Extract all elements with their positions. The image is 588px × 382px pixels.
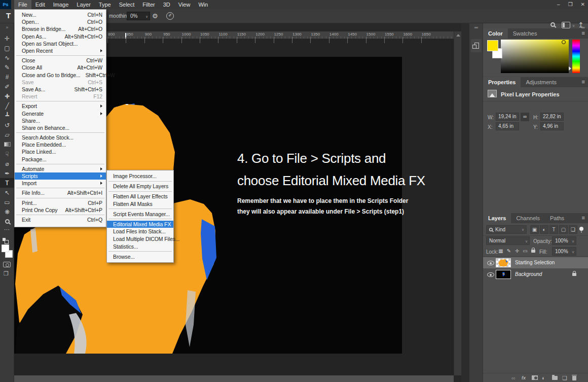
scripts-submenu-item-flatten-all-masks[interactable]: Flatten All Masks xyxy=(107,200,173,208)
link-layers-icon[interactable]: ∞ xyxy=(511,375,516,381)
scripts-submenu-item-load-files-into-stack[interactable]: Load Files into Stack... xyxy=(107,228,173,235)
brush-smoothing-icon[interactable]: ✐ xyxy=(166,12,174,20)
file-menu-item-revert[interactable]: RevertF12 xyxy=(15,93,106,100)
layer-row-starting-selection[interactable]: Starting Selection xyxy=(483,257,588,268)
filter-smart-objects-icon[interactable]: ❏ xyxy=(569,225,577,234)
scripts-submenu-item-delete-all-empty-layers[interactable]: Delete All Empty Layers xyxy=(107,183,173,190)
history-brush-tool[interactable]: ↺ xyxy=(0,120,14,130)
file-menu-item-automate[interactable]: Automate xyxy=(15,165,106,172)
new-layer-icon[interactable]: ❏ xyxy=(562,375,567,381)
path-select-tool[interactable]: ↖ xyxy=(0,188,14,197)
blend-mode-dropdown[interactable]: Normal ∨ xyxy=(486,236,530,245)
tab-adjustments[interactable]: Adjustments xyxy=(521,77,562,87)
search-icon[interactable] xyxy=(550,22,555,27)
link-dimensions-icon[interactable]: ∞ xyxy=(521,113,529,121)
filter-pixel-layers-icon[interactable]: ▣ xyxy=(530,225,539,234)
hand-tool[interactable]: ❋ xyxy=(0,207,14,217)
type-tool[interactable]: T xyxy=(0,178,14,188)
lock-position-icon[interactable]: ✛ xyxy=(513,248,521,255)
tab-layers[interactable]: Layers xyxy=(483,213,511,223)
file-menu-item-file-info[interactable]: File Info...Alt+Shift+Ctrl+I xyxy=(15,189,106,196)
filter-shape-layers-icon[interactable]: ▢ xyxy=(559,225,568,234)
file-menu-item-scripts[interactable]: Scripts xyxy=(15,172,106,180)
color-gradient-field[interactable] xyxy=(501,40,569,73)
file-menu-item-import[interactable]: Import xyxy=(15,180,106,187)
crop-tool[interactable]: # xyxy=(0,72,14,82)
visibility-eye-icon[interactable] xyxy=(487,272,494,277)
x-field[interactable]: 4,65 in xyxy=(496,122,519,130)
file-menu-item-print-one-copy[interactable]: Print One CopyAlt+Shift+Ctrl+P xyxy=(15,206,106,214)
workspace-icon[interactable] xyxy=(562,22,570,28)
dodge-tool[interactable]: ⌀ xyxy=(0,159,14,168)
layer-thumbnail[interactable] xyxy=(496,270,511,279)
menubar-item-layer[interactable]: Layer xyxy=(72,0,95,9)
filter-type-layers-icon[interactable]: T xyxy=(549,225,558,234)
restore-button[interactable]: ❐ xyxy=(568,0,573,9)
file-menu-item-generate[interactable]: Generate xyxy=(15,110,106,117)
file-menu-item-exit[interactable]: ExitCtrl+Q xyxy=(15,216,106,223)
foreground-color-swatch[interactable] xyxy=(2,245,9,252)
file-menu-item-close[interactable]: CloseCtrl+W xyxy=(15,57,106,64)
scripts-submenu-item-browse[interactable]: Browse... xyxy=(107,253,173,260)
file-menu-item-open-as[interactable]: Open As...Alt+Shift+Ctrl+O xyxy=(15,33,106,40)
layer-mask-icon[interactable] xyxy=(532,375,538,381)
file-menu-item-share-on-behance[interactable]: Share on Behance... xyxy=(15,124,106,131)
layer-row-background[interactable]: Background xyxy=(483,269,588,280)
quick-mask-icon[interactable] xyxy=(3,262,11,267)
scripts-submenu-item-flatten-all-layer-effects[interactable]: Flatten All Layer Effects xyxy=(107,193,173,200)
file-menu-item-print[interactable]: Print...Ctrl+P xyxy=(15,199,106,206)
vertical-scrollbar[interactable] xyxy=(454,31,461,375)
tab-properties[interactable]: Properties xyxy=(483,77,521,87)
menubar-item-3d[interactable]: 3D xyxy=(159,0,174,9)
menubar-item-type[interactable]: Type xyxy=(95,0,115,9)
clone-stamp-tool[interactable]: ┻ xyxy=(0,111,14,120)
file-menu-item-package[interactable]: Package... xyxy=(15,156,106,163)
tab-swatches[interactable]: Swatches xyxy=(508,28,542,39)
layer-name[interactable]: Background xyxy=(515,271,542,277)
file-menu-item-search-adobe-stock[interactable]: Search Adobe Stock... xyxy=(15,134,106,141)
edit-toolbar-icon[interactable]: ⋯ xyxy=(0,226,14,233)
file-menu-item-close-all[interactable]: Close AllAlt+Ctrl+W xyxy=(15,64,106,71)
minimize-button[interactable]: – xyxy=(557,0,560,9)
shape-tool[interactable]: ▭ xyxy=(0,197,14,207)
menubar-item-window[interactable]: Window xyxy=(194,0,208,9)
menubar-item-filter[interactable]: Filter xyxy=(138,0,159,9)
scripts-submenu-item-load-multiple-dicom-files[interactable]: Load Multiple DICOM Files... xyxy=(107,235,173,243)
fill-dropdown[interactable]: 100% ∨ xyxy=(552,247,576,256)
height-field[interactable]: 22,82 in xyxy=(540,113,564,121)
hue-slider[interactable] xyxy=(572,40,580,73)
menubar-item-view[interactable]: View xyxy=(174,0,195,9)
adjustment-layer-icon[interactable]: ◐ xyxy=(542,375,545,381)
scripts-submenu-item-image-processor[interactable]: Image Processor... xyxy=(107,172,173,180)
file-menu-item-share[interactable]: Share... xyxy=(15,117,106,124)
scripts-submenu-item-editorial-mixed-media-fx[interactable]: Editorial Mixed Media FX xyxy=(107,221,173,228)
scripts-submenu-item-statistics[interactable]: Statistics... xyxy=(107,242,173,250)
layer-style-icon[interactable]: fx xyxy=(522,375,526,381)
toolbar-collapse-icon[interactable]: » xyxy=(0,23,14,33)
menubar-item-edit[interactable]: Edit xyxy=(31,0,49,9)
menubar-item-image[interactable]: Image xyxy=(49,0,73,9)
hue-slider-pointer[interactable] xyxy=(569,66,571,71)
lock-transparency-icon[interactable]: ▦ xyxy=(497,248,504,255)
close-button[interactable]: ✕ xyxy=(581,0,585,9)
move-tool[interactable]: ✛ xyxy=(0,33,14,43)
panel-menu-icon[interactable]: ≡ xyxy=(582,30,585,36)
layer-name[interactable]: Starting Selection xyxy=(515,260,555,265)
file-menu-item-open[interactable]: Open...Ctrl+O xyxy=(15,18,106,25)
lock-all-icon[interactable] xyxy=(530,248,537,255)
share-icon[interactable]: ↥ xyxy=(578,21,584,29)
brush-tool[interactable]: ╱ xyxy=(0,101,14,111)
delete-layer-icon[interactable] xyxy=(572,375,576,381)
screen-mode-icon[interactable]: ❐ xyxy=(4,270,9,277)
opacity-dropdown[interactable]: 100% ∨ xyxy=(552,236,576,245)
tab-paths[interactable]: Paths xyxy=(545,213,569,223)
eyedropper-tool[interactable]: ✐ xyxy=(0,82,14,91)
foreground-color-chip[interactable] xyxy=(487,40,498,51)
tab-color[interactable]: Color xyxy=(483,28,508,39)
default-colors-icon[interactable] xyxy=(3,238,8,243)
new-group-icon[interactable] xyxy=(552,375,558,381)
smudge-tool[interactable]: ☟ xyxy=(0,149,14,159)
tab-channels[interactable]: Channels xyxy=(511,213,544,223)
file-menu-item-place-embedded[interactable]: Place Embedded... xyxy=(15,141,106,148)
scroll-up-icon[interactable] xyxy=(456,34,460,37)
